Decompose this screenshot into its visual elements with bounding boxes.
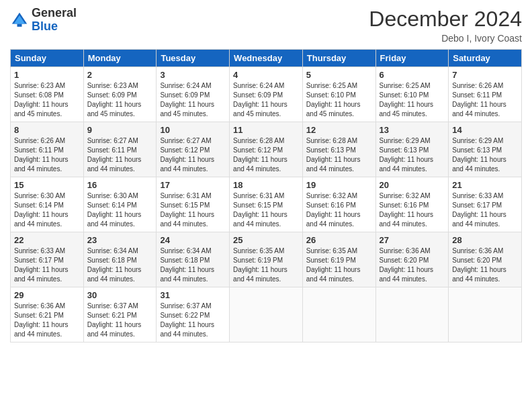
calendar-cell [375,287,449,342]
day-info: Sunrise: 6:29 AM Sunset: 6:13 PM Dayligh… [380,136,445,174]
day-number: 29 [14,290,80,300]
day-info: Sunrise: 6:37 AM Sunset: 6:22 PM Dayligh… [160,302,226,339]
day-info: Sunrise: 6:27 AM Sunset: 6:11 PM Dayligh… [87,136,153,174]
logo-line1: General [32,7,77,20]
day-number: 22 [14,235,80,245]
day-number: 8 [14,125,80,135]
calendar-week-4: 22Sunrise: 6:33 AM Sunset: 6:17 PM Dayli… [11,232,522,287]
calendar-header-wednesday: Wednesday [230,50,303,67]
day-info: Sunrise: 6:36 AM Sunset: 6:21 PM Dayligh… [14,302,80,339]
logo: General Blue [10,7,77,34]
day-info: Sunrise: 6:26 AM Sunset: 6:11 PM Dayligh… [452,81,518,119]
day-info: Sunrise: 6:31 AM Sunset: 6:15 PM Dayligh… [233,191,299,229]
day-number: 30 [87,290,153,300]
calendar-cell: 20Sunrise: 6:32 AM Sunset: 6:16 PM Dayli… [375,177,449,232]
calendar-week-1: 1Sunrise: 6:23 AM Sunset: 6:08 PM Daylig… [11,67,522,122]
day-number: 19 [306,180,372,190]
day-info: Sunrise: 6:32 AM Sunset: 6:16 PM Dayligh… [306,191,372,229]
day-info: Sunrise: 6:34 AM Sunset: 6:18 PM Dayligh… [87,246,153,284]
calendar-cell: 28Sunrise: 6:36 AM Sunset: 6:20 PM Dayli… [449,232,522,287]
calendar-cell: 21Sunrise: 6:33 AM Sunset: 6:17 PM Dayli… [449,177,522,232]
month-title: December 2024 [369,7,522,32]
calendar-cell: 12Sunrise: 6:28 AM Sunset: 6:13 PM Dayli… [302,122,375,177]
calendar-cell: 4Sunrise: 6:24 AM Sunset: 6:09 PM Daylig… [230,67,303,122]
day-number: 1 [14,70,80,80]
day-info: Sunrise: 6:30 AM Sunset: 6:14 PM Dayligh… [87,191,153,229]
calendar-header-sunday: Sunday [11,50,84,67]
calendar-cell: 5Sunrise: 6:25 AM Sunset: 6:10 PM Daylig… [302,67,375,122]
day-info: Sunrise: 6:24 AM Sunset: 6:09 PM Dayligh… [160,81,226,119]
day-number: 5 [306,70,372,80]
day-info: Sunrise: 6:25 AM Sunset: 6:10 PM Dayligh… [306,81,372,119]
day-info: Sunrise: 6:29 AM Sunset: 6:13 PM Dayligh… [452,136,518,174]
calendar-cell: 8Sunrise: 6:26 AM Sunset: 6:11 PM Daylig… [11,122,84,177]
day-number: 14 [452,125,518,135]
day-info: Sunrise: 6:23 AM Sunset: 6:09 PM Dayligh… [87,81,153,119]
day-number: 7 [452,70,518,80]
day-number: 2 [87,70,153,80]
logo-icon [10,11,29,30]
calendar-cell: 29Sunrise: 6:36 AM Sunset: 6:21 PM Dayli… [11,287,84,342]
day-number: 13 [380,125,445,135]
calendar-cell: 14Sunrise: 6:29 AM Sunset: 6:13 PM Dayli… [449,122,522,177]
day-number: 23 [87,235,153,245]
day-info: Sunrise: 6:26 AM Sunset: 6:11 PM Dayligh… [14,136,80,174]
day-number: 12 [306,125,372,135]
day-number: 9 [87,125,153,135]
day-info: Sunrise: 6:28 AM Sunset: 6:12 PM Dayligh… [233,136,299,174]
day-info: Sunrise: 6:35 AM Sunset: 6:19 PM Dayligh… [306,246,372,284]
location-title: Debo I, Ivory Coast [369,33,522,44]
calendar-cell: 9Sunrise: 6:27 AM Sunset: 6:11 PM Daylig… [83,122,157,177]
calendar-cell: 6Sunrise: 6:25 AM Sunset: 6:10 PM Daylig… [375,67,449,122]
day-number: 21 [452,180,518,190]
day-number: 4 [233,70,299,80]
day-info: Sunrise: 6:28 AM Sunset: 6:13 PM Dayligh… [306,136,372,174]
calendar-cell: 7Sunrise: 6:26 AM Sunset: 6:11 PM Daylig… [449,67,522,122]
svg-rect-2 [17,24,22,26]
day-number: 20 [380,180,445,190]
calendar-week-3: 15Sunrise: 6:30 AM Sunset: 6:14 PM Dayli… [11,177,522,232]
day-info: Sunrise: 6:27 AM Sunset: 6:12 PM Dayligh… [160,136,226,174]
day-info: Sunrise: 6:37 AM Sunset: 6:21 PM Dayligh… [87,302,153,339]
calendar-cell: 31Sunrise: 6:37 AM Sunset: 6:22 PM Dayli… [157,287,230,342]
calendar-cell: 24Sunrise: 6:34 AM Sunset: 6:18 PM Dayli… [157,232,230,287]
title-area: December 2024 Debo I, Ivory Coast [369,7,522,44]
calendar-cell: 26Sunrise: 6:35 AM Sunset: 6:19 PM Dayli… [302,232,375,287]
day-info: Sunrise: 6:23 AM Sunset: 6:08 PM Dayligh… [14,81,80,119]
day-number: 18 [233,180,299,190]
calendar-header-row: SundayMondayTuesdayWednesdayThursdayFrid… [11,50,522,67]
day-info: Sunrise: 6:30 AM Sunset: 6:14 PM Dayligh… [14,191,80,229]
calendar-header-friday: Friday [375,50,449,67]
calendar-cell [230,287,303,342]
calendar-cell: 19Sunrise: 6:32 AM Sunset: 6:16 PM Dayli… [302,177,375,232]
day-number: 6 [380,70,445,80]
day-number: 25 [233,235,299,245]
calendar-cell: 11Sunrise: 6:28 AM Sunset: 6:12 PM Dayli… [230,122,303,177]
day-number: 15 [14,180,80,190]
header: General Blue December 2024 Debo I, Ivory… [10,7,522,44]
calendar-header-monday: Monday [83,50,157,67]
day-number: 26 [306,235,372,245]
calendar-week-2: 8Sunrise: 6:26 AM Sunset: 6:11 PM Daylig… [11,122,522,177]
calendar-cell: 22Sunrise: 6:33 AM Sunset: 6:17 PM Dayli… [11,232,84,287]
day-number: 16 [87,180,153,190]
calendar-cell: 2Sunrise: 6:23 AM Sunset: 6:09 PM Daylig… [83,67,157,122]
day-info: Sunrise: 6:25 AM Sunset: 6:10 PM Dayligh… [380,81,445,119]
calendar-header-thursday: Thursday [302,50,375,67]
calendar-header-tuesday: Tuesday [157,50,230,67]
day-info: Sunrise: 6:36 AM Sunset: 6:20 PM Dayligh… [380,246,445,284]
day-info: Sunrise: 6:34 AM Sunset: 6:18 PM Dayligh… [160,246,226,284]
calendar-cell [449,287,522,342]
calendar: SundayMondayTuesdayWednesdayThursdayFrid… [10,49,522,342]
calendar-header-saturday: Saturday [449,50,522,67]
day-info: Sunrise: 6:33 AM Sunset: 6:17 PM Dayligh… [14,246,80,284]
calendar-cell: 10Sunrise: 6:27 AM Sunset: 6:12 PM Dayli… [157,122,230,177]
day-info: Sunrise: 6:35 AM Sunset: 6:19 PM Dayligh… [233,246,299,284]
day-info: Sunrise: 6:33 AM Sunset: 6:17 PM Dayligh… [452,191,518,229]
calendar-cell [302,287,375,342]
page: General Blue December 2024 Debo I, Ivory… [0,0,532,411]
calendar-cell: 23Sunrise: 6:34 AM Sunset: 6:18 PM Dayli… [83,232,157,287]
calendar-cell: 18Sunrise: 6:31 AM Sunset: 6:15 PM Dayli… [230,177,303,232]
calendar-cell: 15Sunrise: 6:30 AM Sunset: 6:14 PM Dayli… [11,177,84,232]
calendar-cell: 25Sunrise: 6:35 AM Sunset: 6:19 PM Dayli… [230,232,303,287]
